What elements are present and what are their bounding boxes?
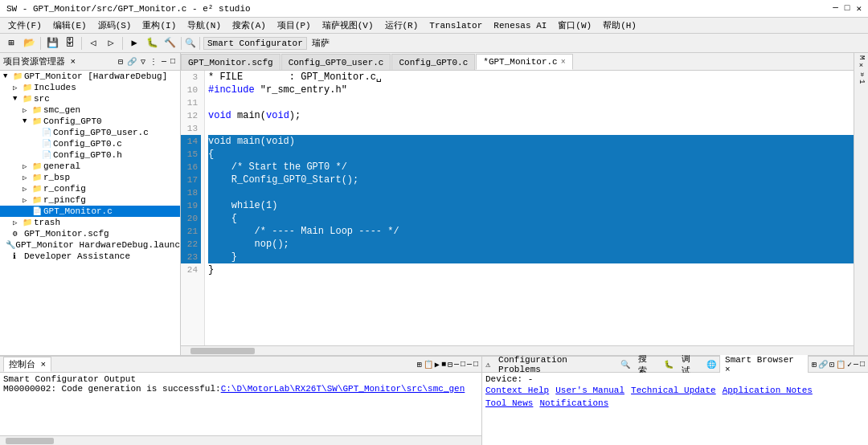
- code-line[interactable]: }: [208, 251, 854, 263]
- tree-item[interactable]: ▼📁GPT_Monitor [HardwareDebug]: [0, 71, 180, 82]
- console-btn3[interactable]: ▶: [435, 360, 440, 369]
- tree-item[interactable]: ℹDeveloper Assistance: [0, 251, 180, 262]
- right-panel-btn1[interactable]: M: [857, 55, 866, 60]
- renesas-btn[interactable]: 瑞萨: [312, 37, 330, 49]
- help-link[interactable]: Application Notes: [723, 386, 813, 395]
- sb-btn1[interactable]: ⊞: [812, 360, 817, 369]
- console-btn4[interactable]: ■: [441, 360, 446, 369]
- menu-item-a[interactable]: 搜索(A): [227, 18, 271, 32]
- tree-item[interactable]: ▷📁Includes: [0, 82, 180, 93]
- h-scrollbar[interactable]: [181, 345, 854, 355]
- sb-max[interactable]: □: [860, 360, 865, 369]
- menu-item-f[interactable]: 文件(F): [3, 18, 47, 32]
- code-line[interactable]: [208, 96, 854, 109]
- toolbar-run[interactable]: ▶: [126, 35, 142, 51]
- toolbar-fwd[interactable]: ▷: [103, 35, 119, 51]
- code-line[interactable]: void main(void): [208, 135, 854, 148]
- right-panel-btn2[interactable]: ×: [857, 61, 866, 71]
- tree-item[interactable]: ▷📁r_config: [0, 183, 180, 194]
- sb-btn2[interactable]: 🔗: [818, 360, 828, 369]
- code-line[interactable]: [208, 186, 854, 199]
- code-line[interactable]: nop();: [208, 238, 854, 251]
- console-btn7[interactable]: □: [461, 360, 465, 369]
- code-line[interactable]: void main(void);: [208, 109, 854, 122]
- code-line[interactable]: while(1): [208, 199, 854, 212]
- code-line[interactable]: /* Start the GPT0 */: [208, 161, 854, 174]
- minimize-btn[interactable]: ─: [833, 3, 838, 14]
- menu-item-r[interactable]: 运行(R): [380, 18, 424, 32]
- tree-item[interactable]: 📄Config_GPT0.c: [0, 138, 180, 149]
- code-line[interactable]: [208, 122, 854, 135]
- tree-item[interactable]: ▷📁r_bsp: [0, 172, 180, 183]
- sb-btn4[interactable]: 📋: [836, 360, 845, 369]
- console-tab[interactable]: 控制台 ×: [3, 357, 51, 372]
- help-link[interactable]: Technical Update: [631, 386, 716, 395]
- tree-item[interactable]: ▷📁trash: [0, 217, 180, 228]
- toolbar-debug[interactable]: 🐛: [144, 35, 160, 51]
- h-scroll-thumb[interactable]: [190, 348, 255, 354]
- toolbar-save[interactable]: 💾: [44, 35, 60, 51]
- menu-item-n[interactable]: 导航(N): [182, 18, 226, 32]
- console-btn5[interactable]: ⊟: [448, 360, 452, 369]
- help-link[interactable]: Tool News: [485, 398, 533, 408]
- toolbar-saveall[interactable]: 🗄: [62, 35, 78, 51]
- panel-btn-max[interactable]: □: [169, 56, 177, 67]
- help-link[interactable]: Context Help: [485, 386, 549, 395]
- sb-btn5[interactable]: ✓: [847, 360, 852, 369]
- tree-item[interactable]: 🔧GPT_Monitor HardwareDebug.launc: [0, 239, 180, 251]
- code-line[interactable]: * FILE : GPT_Monitor.c␣: [208, 71, 854, 84]
- menu-item-translator[interactable]: Translator: [424, 20, 487, 31]
- tree-item[interactable]: ▼📁Config_GPT0: [0, 116, 180, 127]
- menu-item-s[interactable]: 源码(S): [93, 18, 137, 32]
- sb-min[interactable]: —: [854, 360, 858, 369]
- console-max[interactable]: □: [473, 360, 478, 369]
- menu-item-i[interactable]: 重构(I): [137, 18, 181, 32]
- toolbar-build[interactable]: 🔨: [162, 35, 178, 51]
- help-link[interactable]: Notifications: [539, 398, 608, 408]
- tree-item[interactable]: ⚙GPT_Monitor.scfg: [0, 228, 180, 239]
- panel-btn-more[interactable]: ⋮: [148, 56, 159, 67]
- close-btn[interactable]: ✕: [856, 3, 862, 14]
- menu-item-renesasai[interactable]: Renesas AI: [489, 20, 551, 31]
- tree-item[interactable]: ▼📁src: [0, 93, 180, 104]
- toolbar-new[interactable]: ⊞: [3, 35, 19, 51]
- right-panel-btn3[interactable]: »: [857, 71, 866, 77]
- config-problems-tab[interactable]: Configuration Problems: [493, 354, 617, 375]
- tree-item[interactable]: ▷📁r_pincfg: [0, 194, 180, 206]
- sb-btn3[interactable]: ⊡: [829, 360, 834, 369]
- panel-btn-collapse[interactable]: ⊟: [117, 56, 125, 67]
- console-min[interactable]: —: [467, 360, 472, 369]
- console-scroll-thumb[interactable]: [6, 438, 54, 444]
- panel-btn-filter[interactable]: ▽: [139, 56, 147, 67]
- toolbar-open[interactable]: 📂: [21, 35, 37, 51]
- code-line[interactable]: #include "r_smc_entry.h": [208, 84, 854, 96]
- editor-tab[interactable]: Config_GPT0.c: [391, 54, 475, 70]
- editor-tab[interactable]: GPT_Monitor.scfg: [181, 54, 280, 70]
- tree-item[interactable]: 📄GPT_Monitor.c: [0, 206, 180, 217]
- editor-tab[interactable]: *GPT_Monitor.c×: [476, 54, 572, 70]
- panel-btn-min[interactable]: —: [160, 56, 168, 67]
- tree-item[interactable]: 📄Config_GPT0_user.c: [0, 127, 180, 138]
- help-link[interactable]: User's Manual: [555, 386, 624, 395]
- tree-item[interactable]: ▷📁smc_gen: [0, 104, 180, 116]
- console-path[interactable]: C:\D\MotorLab\RX26T\SW\GPT_Monitor\src\s…: [221, 384, 465, 394]
- code-line[interactable]: R_Config_GPT0_Start();: [208, 174, 854, 186]
- menu-item-v[interactable]: 瑞萨视图(V): [317, 18, 379, 32]
- toolbar-back[interactable]: ◁: [85, 35, 101, 51]
- console-h-scrollbar[interactable]: [0, 435, 481, 445]
- tree-item[interactable]: ▷📁general: [0, 161, 180, 172]
- menu-item-h[interactable]: 帮助(H): [598, 18, 641, 32]
- code-line[interactable]: /* ---- Main Loop ---- */: [208, 225, 854, 238]
- code-line[interactable]: {: [208, 148, 854, 161]
- console-btn6[interactable]: —: [454, 360, 459, 369]
- smart-configurator-btn[interactable]: Smart Configurator: [203, 37, 307, 50]
- panel-btn-link[interactable]: 🔗: [125, 56, 138, 67]
- menu-item-p[interactable]: 项目(P): [272, 18, 316, 32]
- code-content[interactable]: * FILE : GPT_Monitor.c␣#include "r_smc_e…: [205, 71, 854, 345]
- console-btn1[interactable]: ⊞: [417, 360, 422, 369]
- right-panel-btn4[interactable]: 1: [857, 79, 866, 84]
- tree-item[interactable]: 📄Config_GPT0.h: [0, 149, 180, 161]
- console-btn2[interactable]: 📋: [424, 360, 433, 369]
- code-line[interactable]: {: [208, 212, 854, 225]
- menu-item-w[interactable]: 窗口(W): [553, 18, 596, 32]
